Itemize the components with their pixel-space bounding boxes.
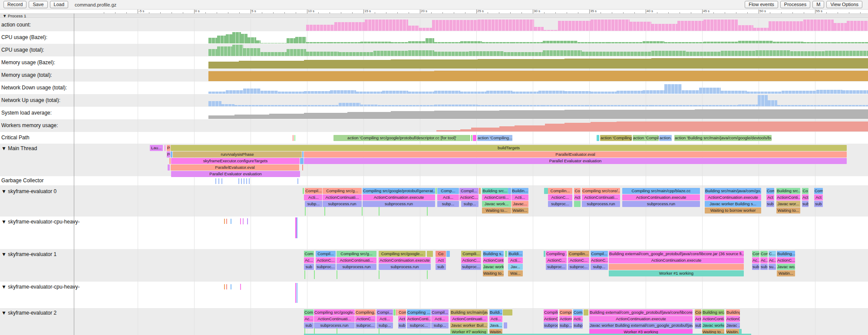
trace-event[interactable]: Com... [573,309,583,315]
trace-event[interactable]: sub [766,201,774,207]
trace-event[interactable]: Waiting to... [482,207,511,213]
counter-bar[interactable] [360,42,391,43]
trace-mark[interactable] [215,178,216,184]
trace-event[interactable]: ActionC... [459,194,479,200]
counter-bar[interactable] [391,42,408,43]
trace-event[interactable]: ActionC... [316,257,336,263]
trace-mark[interactable] [427,270,428,279]
trace-event[interactable]: skyframeExecutor.configureTargets [171,158,300,164]
trace-event[interactable]: ActionContinuati... [337,257,376,263]
trace-event[interactable]: action... [659,135,672,141]
counter-bar[interactable] [564,59,651,69]
counter-bar[interactable] [436,130,460,131]
trace-event[interactable]: ActionContinuati... [450,316,488,322]
trace-event[interactable]: subp... [591,264,608,270]
trace-event[interactable]: Compil... [591,251,608,257]
trace-event[interactable]: Building s... [483,251,504,257]
trace-event[interactable]: Act [436,257,446,263]
trace-event[interactable]: sub [436,264,446,270]
trace-event[interactable]: Acti... [437,194,459,200]
counter-bar[interactable] [232,45,243,56]
counter-bar[interactable] [695,105,738,106]
trace-event[interactable]: Javac wo... [777,264,795,270]
trace-mark[interactable] [240,218,241,224]
trace-event[interactable]: Waiting to... [776,207,800,213]
counter-bar[interactable] [217,46,232,56]
counter-bar[interactable] [643,90,664,94]
trace-event[interactable]: subproc... [546,264,567,270]
trace-event[interactable]: Javac worker Building external/com_googl… [589,322,693,328]
group-label-skyframe-evaluator-0[interactable]: ▼ skyframe-evaluator 0 [1,188,56,194]
trace-event[interactable] [479,188,481,194]
trace-event[interactable]: ActionC... [546,257,567,263]
trace-event[interactable]: Act [766,194,774,200]
group-label-skyframe-evaluator-cpu-heavy[interactable]: ▼ skyframe-evaluator-cpu-heavy- [1,284,80,290]
trace-event[interactable]: Lau... [150,145,163,151]
trace-event[interactable]: Acti... [305,194,322,200]
trace-event[interactable]: Compiling ... [407,309,431,315]
counter-bar[interactable] [538,91,564,94]
trace-event[interactable]: Building src... [482,188,508,194]
counter-bar[interactable] [564,91,591,94]
trace-event[interactable]: Waitin... [777,270,795,276]
counter-bar[interactable] [248,37,256,43]
trace-event[interactable]: action 'Compiling... [600,135,632,141]
counter-bar[interactable] [269,114,304,119]
trace-event[interactable]: Com [760,251,768,257]
trace-mark[interactable] [362,207,363,216]
trace-event[interactable]: Jav... [508,264,523,270]
counter-bar[interactable] [241,34,248,43]
counter-bar[interactable] [434,111,499,119]
trace-mark[interactable] [231,284,231,289]
trace-event[interactable]: Buildi... [508,251,523,257]
trace-event[interactable]: Com [398,309,406,315]
trace-event[interactable]: Ac... [304,316,314,322]
trace-event[interactable]: ActionConti... [483,257,504,263]
trace-event[interactable]: Acti... [508,257,523,263]
trace-event[interactable]: Buildin... [512,188,528,194]
counter-bar[interactable] [847,21,868,31]
trace-event[interactable]: sub [304,322,314,328]
counter-bar[interactable] [504,52,543,56]
counter-bar[interactable] [239,61,304,69]
trace-event[interactable]: Compil... [459,188,479,194]
counter-bar[interactable] [686,52,721,56]
counter-bar[interactable] [586,105,651,106]
counter-bar[interactable] [408,92,434,94]
trace-event[interactable]: Building... [777,251,795,257]
trace-event[interactable]: subprocess.run [337,264,376,270]
counter-bar[interactable] [471,128,499,131]
trace-event[interactable]: ActionContinuation.execute [363,194,435,200]
trace-event[interactable]: Com [766,188,774,194]
counter-bar[interactable] [339,52,373,56]
trace-event[interactable]: ActionContinuati... [314,316,355,322]
counter-bar[interactable] [512,42,543,43]
trace-event[interactable]: sub [304,264,314,270]
trace-mark[interactable] [226,284,227,289]
counter-bar[interactable] [651,105,695,106]
trace-event[interactable]: Act [814,194,823,200]
trace-event[interactable]: Compilin... [568,251,589,257]
trace-event[interactable]: ActionContinuation.execute [705,194,761,200]
counter-bar[interactable] [543,50,582,56]
trace-event[interactable]: subp... [559,322,572,328]
trace-event[interactable]: Compiling src/main/cpp/blaze.cc [622,188,700,194]
counter-bar[interactable] [261,91,278,94]
trace-event[interactable]: Compilin... [548,188,572,194]
counter-bar[interactable] [738,41,773,43]
trace-event[interactable]: Wai... [508,270,523,276]
save-button[interactable]: Save [29,1,47,8]
trace-event[interactable]: Worker #1 working [609,270,744,276]
trace-mark[interactable] [304,328,305,334]
trace-event[interactable]: Javac wor... [776,201,800,207]
counter-bar[interactable] [426,38,434,43]
m-button[interactable]: M [812,1,824,8]
processes-button[interactable]: Processes [780,1,810,8]
trace-event[interactable]: Javac worker... [702,322,724,328]
trace-event[interactable] [302,164,303,171]
counter-bar[interactable] [287,38,295,43]
counter-bar[interactable] [782,91,816,94]
trace-event[interactable]: Compiling src/g... [323,188,362,194]
record-button[interactable]: Record [3,1,26,8]
trace-event[interactable]: Javac ... [726,322,740,328]
